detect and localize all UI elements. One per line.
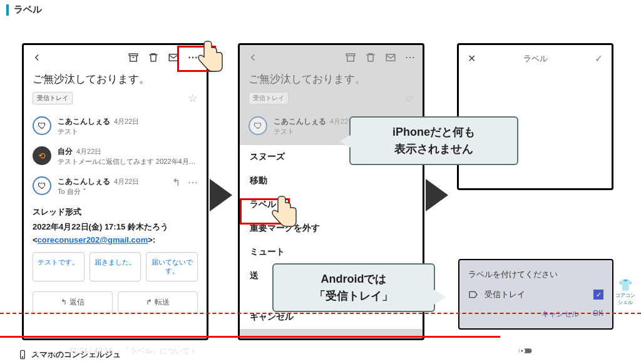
avatar-amazon-icon: ⟲ — [33, 146, 51, 165]
checkbox-checked-icon[interactable]: ✓ — [593, 290, 603, 300]
email-subject: ご無沙汰しております。 — [24, 69, 207, 89]
video-controls: 31:24 / 40:16 ・「ラベル」について › — [0, 338, 641, 364]
email-link[interactable]: coreconuser202@gmail.com — [38, 235, 148, 245]
dialog-cancel-button[interactable]: キャンセル — [541, 309, 579, 320]
menu-move[interactable]: 移動 — [240, 169, 423, 193]
gmail-topbar: ⋯ — [240, 45, 423, 69]
phone-mockup-gmail: ⋯ ご無沙汰しております。 受信トレイ ☆ 🛡 こあこんしぇる4月22日 テスト… — [22, 43, 208, 340]
smart-reply-chip[interactable]: テストです。 — [33, 252, 85, 281]
label-outline-icon — [468, 290, 478, 300]
slide-header: ラベル — [0, 0, 641, 19]
menu-mute[interactable]: ミュート — [240, 240, 423, 264]
svg-rect-8 — [542, 348, 551, 355]
dialog-checkbox-row[interactable]: 受信トレイ ✓ — [468, 289, 603, 300]
dialog-title: ラベルを付けてください — [468, 269, 603, 280]
email-subject: ご無沙汰しております。 — [240, 69, 423, 89]
sheet-title: ラベル — [523, 53, 548, 64]
star-icon[interactable]: ☆ — [188, 91, 198, 105]
callout-iphone: iPhoneだと何も 表示されません — [349, 116, 518, 165]
confirm-icon[interactable]: ✓ — [595, 53, 603, 64]
avatar-shield-icon: 🛡 — [33, 116, 51, 135]
archive-icon[interactable] — [128, 52, 139, 63]
thread-format-label: スレッド形式 — [24, 201, 207, 220]
svg-rect-0 — [129, 54, 138, 56]
arrow-icon — [426, 179, 448, 211]
settings-icon[interactable] — [561, 345, 572, 356]
avatar-shield-icon: 🛡 — [33, 176, 51, 195]
svg-rect-10 — [587, 351, 590, 353]
volume-icon[interactable] — [49, 345, 60, 356]
svg-rect-11 — [602, 348, 612, 353]
star-icon: ☆ — [404, 91, 414, 105]
trash-icon[interactable] — [365, 52, 376, 63]
message-row[interactable]: 🛡 こあこんしぇる4月22日 テスト — [24, 111, 207, 141]
message-row[interactable]: 🛡 こあこんしぇる4月22日 To 自分 ˅ ↰⋯ — [24, 171, 207, 201]
miniplayer-icon[interactable] — [581, 345, 592, 356]
play-icon[interactable] — [9, 345, 20, 356]
callout-android: Androidでは 「受信トレイ」 — [272, 263, 435, 312]
video-time: 31:24 / 40:16 ・「ラベル」について › — [69, 346, 195, 356]
reply-button[interactable]: ↰ 返信 — [33, 291, 113, 313]
back-icon[interactable] — [247, 52, 259, 63]
captions-icon[interactable] — [541, 345, 552, 356]
action-row: ↰ 返信 ↱ 転送 — [24, 288, 207, 321]
autoplay-toggle[interactable] — [518, 345, 532, 356]
smart-reply-chip[interactable]: 届きました。 — [90, 252, 141, 281]
fullscreen-icon[interactable] — [621, 345, 632, 356]
svg-rect-2 — [346, 54, 355, 56]
archive-icon[interactable] — [345, 52, 356, 63]
header-accent — [6, 4, 9, 16]
avatar-shield-icon: 🛡 — [249, 116, 267, 135]
brand-badge-right: 👕 コアコンシェル — [613, 278, 637, 306]
pointing-hand-icon — [268, 193, 299, 231]
page-title: ラベル — [14, 4, 42, 16]
trash-icon[interactable] — [148, 52, 159, 63]
back-icon[interactable] — [31, 52, 43, 63]
annotation-line — [0, 313, 641, 314]
android-label-dialog: ラベルを付けてください 受信トレイ ✓ キャンセル OK — [458, 259, 613, 330]
pointing-hand-icon — [194, 38, 225, 76]
dialog-ok-button[interactable]: OK — [593, 309, 603, 320]
more-icon[interactable]: ⋯ — [405, 51, 415, 63]
inbox-chip[interactable]: 受信トレイ — [33, 92, 73, 104]
thread-email: <coreconuser202@gmail.com>: — [24, 234, 207, 246]
message-row[interactable]: ⟲ 自分4月22日 テストメールに返信してみます 2022年4月… — [24, 141, 207, 171]
next-icon[interactable] — [29, 345, 40, 356]
forward-button[interactable]: ↱ 転送 — [118, 291, 198, 313]
smart-reply-row: テストです。 届きました。 届いてないです。 — [24, 246, 207, 288]
close-icon[interactable]: ✕ — [468, 53, 476, 64]
arrow-icon — [210, 179, 232, 211]
inbox-chip: 受信トレイ — [249, 92, 289, 104]
slide-content: ⋯ ご無沙汰しております。 受信トレイ ☆ 🛡 こあこんしぇる4月22日 テスト… — [0, 19, 641, 338]
thread-timestamp: 2022年4月22日(金) 17:15 鈴木たろう — [24, 220, 207, 234]
theater-icon[interactable] — [601, 345, 612, 356]
more-icon[interactable]: ⋯ — [188, 176, 198, 188]
mail-icon[interactable] — [385, 52, 396, 63]
reply-icon[interactable]: ↰ — [172, 176, 180, 188]
smart-reply-chip[interactable]: 届いてないです。 — [146, 252, 198, 281]
